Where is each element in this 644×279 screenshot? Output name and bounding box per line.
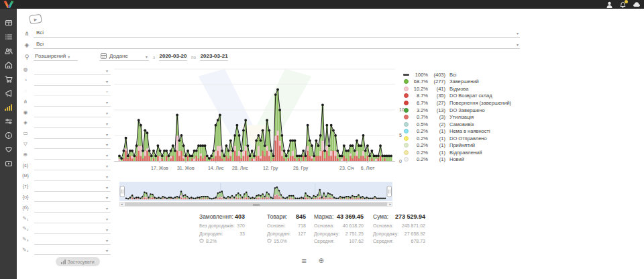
chevron-down-icon: ▾ — [106, 248, 111, 254]
status-filter-select[interactable]: Всі▾ — [34, 30, 520, 38]
filter-price-icon: ▭ — [17, 130, 34, 136]
sidebar-item-analytics[interactable] — [0, 100, 17, 114]
sidebar-item-integrations[interactable] — [0, 114, 17, 128]
product-filter-row: ◈ Всі▾ — [20, 38, 520, 49]
legend-item[interactable]: 0.2%(1)Новий — [404, 156, 511, 164]
legend-item[interactable]: 0.5%(2)Самовивіз — [404, 121, 511, 128]
filter-custom-o-select[interactable]: ▾ — [34, 192, 111, 203]
sidebar-item-customers[interactable] — [0, 44, 17, 58]
alerts-icon[interactable] — [633, 1, 640, 8]
user-icon[interactable] — [606, 1, 613, 8]
svg-text:6. Лют: 6. Лют — [361, 166, 375, 170]
legend-color-swatch — [404, 79, 409, 84]
filter-editor-4-icon: ✎₄ — [17, 247, 34, 253]
legend-percent: 0.5% — [411, 121, 428, 127]
scrollbar-thumb[interactable] — [125, 203, 387, 206]
svg-text:26. Гру: 26. Гру — [293, 166, 309, 171]
stat-title: Замовлення: — [199, 213, 233, 220]
filter-funnel-icon: ▽ — [17, 141, 34, 147]
stat-sub-label: Допродані: — [267, 230, 290, 238]
date-from-input[interactable]: 2020-03-20 — [159, 53, 187, 61]
sidebar-item-dashboard[interactable] — [0, 15, 17, 30]
legend-item[interactable]: 8.7%(35)DO Возврат склад — [404, 93, 511, 100]
filter-editor-4-select[interactable]: ▾ — [34, 245, 111, 256]
legend-label: DO Завершено — [449, 107, 485, 113]
legend-percent: 10.2% — [411, 86, 428, 92]
stat-sub-label: Основні: — [267, 222, 286, 230]
sidebar-item-orders[interactable] — [0, 30, 17, 44]
sidebar-item-purchases[interactable] — [0, 72, 17, 86]
filter-custom-t-select[interactable]: ▾ — [34, 181, 111, 192]
svg-text:28. Лис: 28. Лис — [232, 166, 248, 170]
filter-product-row: ◈▾ — [17, 117, 111, 128]
legend-item[interactable]: 6.7%(27)Повернення (завершений) — [404, 99, 511, 107]
notifications-bell-icon[interactable] — [619, 1, 627, 8]
filter-funnel-select[interactable]: ▾ — [34, 139, 111, 150]
filter-category-icon: ⋔ — [17, 99, 34, 105]
stat-column: Замовлення:403Без допродажів:370Допродан… — [199, 213, 245, 245]
sidebar-item-tutorials[interactable] — [0, 156, 17, 170]
legend-item[interactable]: 68.7%(277)Завершений — [404, 78, 511, 86]
filter-editor-3-select[interactable]: ▾ — [34, 234, 111, 245]
list-view-icon[interactable]: ≣ — [301, 257, 307, 264]
chart-navigator[interactable] — [119, 182, 392, 204]
filter-custom-b-select[interactable]: ▾ — [34, 202, 111, 213]
filter-brand-select[interactable]: ▾ — [34, 75, 111, 86]
category-tree-icon: ⋔ — [20, 30, 34, 38]
legend-item[interactable]: 3.2%(13)DO Завершено — [404, 107, 511, 114]
sidebar-item-loyalty[interactable] — [0, 142, 17, 156]
filter-country-select[interactable]: ▾ — [34, 64, 111, 75]
legend-color-swatch — [404, 93, 409, 98]
stat-title: Сума: — [373, 213, 388, 220]
filter-category-select[interactable]: ▾ — [34, 96, 111, 107]
filter-custom-m-select[interactable]: ▾ — [34, 170, 111, 181]
apply-button[interactable]: Застосувати — [56, 257, 100, 266]
app-logo-icon[interactable] — [3, 1, 14, 8]
filter-custom-t-row: {т}▾ — [17, 181, 111, 192]
filter-editor-2-icon: ✎₂ — [17, 225, 34, 231]
product-filter-select[interactable]: Всі▾ — [34, 41, 520, 49]
video-hint-icon[interactable]: ▶ — [29, 14, 42, 24]
filter-product-select[interactable]: ▾ — [34, 117, 111, 128]
filter-country-row: ◍▾ — [17, 64, 111, 75]
legend-color-swatch — [404, 150, 409, 155]
legend-percent: 100% — [411, 72, 428, 78]
sidebar-item-store[interactable] — [0, 58, 17, 72]
legend-item[interactable]: 0.2%(1)DO Отправлено — [404, 135, 511, 142]
legend-color-swatch — [404, 108, 409, 113]
search-mode-select[interactable]: Розширений▾ — [34, 53, 78, 61]
sidebar-item-marketing[interactable] — [0, 86, 17, 100]
filter-price-row: ▭▾ — [17, 128, 111, 139]
scroll-left-icon[interactable]: ◂ — [121, 202, 123, 207]
legend-item[interactable]: 0.7%(3)Утилізація — [404, 113, 511, 121]
package-view-icon[interactable]: ⊕ — [318, 257, 323, 264]
stat-sub-value: 678.73 — [411, 237, 425, 245]
legend-item[interactable]: 100%(403)Всі — [404, 71, 511, 78]
stat-sub-value: 27 658.92 — [405, 230, 425, 238]
filter-region-icon: ⊕ — [17, 152, 34, 158]
legend-label: Всі — [449, 72, 456, 78]
legend-item[interactable]: 10.2%(41)Відмова — [404, 85, 511, 93]
filter-editor-1-select[interactable]: ▾ — [34, 213, 111, 223]
legend-color-swatch — [404, 122, 409, 127]
filter-editor-2-select[interactable]: ▾ — [34, 223, 111, 234]
legend-item[interactable]: 0.2%(1)Прийнятий — [404, 142, 511, 149]
scroll-right-icon[interactable]: ▸ — [389, 202, 391, 207]
legend-count: (27) — [428, 100, 445, 106]
legend-item[interactable]: 0.2%(1)Відправлений — [404, 149, 511, 156]
chevron-down-icon: ▾ — [106, 195, 111, 201]
filter-disabled-icon: ◌ — [17, 88, 34, 94]
chevron-down-icon: ▾ — [517, 42, 519, 47]
filter-custom-s-select[interactable]: ▾ — [34, 160, 111, 170]
filter-supplier-select[interactable]: ▾ — [34, 107, 111, 117]
date-to-input[interactable]: 2023-03-21 — [200, 53, 228, 61]
filter-editor-1-row: ✎₁▾ — [17, 213, 111, 223]
chart-scrollbar[interactable]: ◂ ▸ — [119, 202, 392, 207]
date-field-select[interactable]: 17 Додане ▾ — [99, 53, 149, 61]
chevron-down-icon: ▾ — [106, 68, 111, 74]
filter-price-select[interactable]: ▾ — [34, 128, 111, 139]
sidebar-item-info[interactable] — [0, 128, 17, 142]
filter-region-select[interactable]: ▾ — [34, 149, 111, 160]
filter-disabled-select[interactable]: ▾ — [34, 86, 111, 97]
legend-item[interactable]: 0.2%(1)Нема в наявності — [404, 127, 511, 135]
